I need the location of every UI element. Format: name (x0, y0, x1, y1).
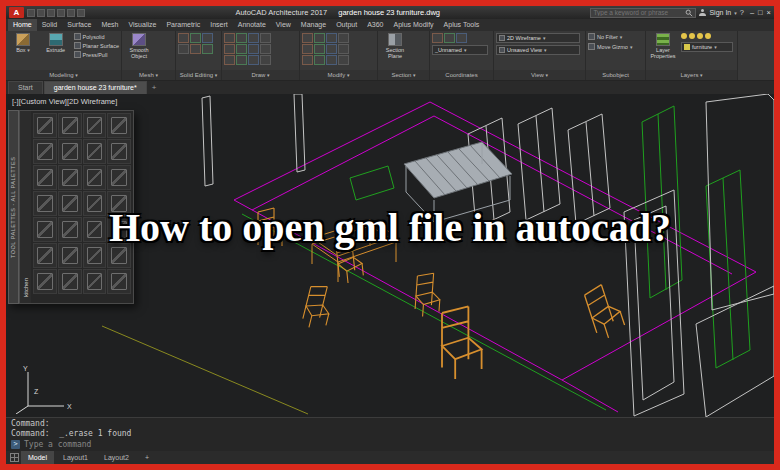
solid-editing-tool-icon[interactable] (178, 33, 189, 43)
modify-tool-icon[interactable] (302, 55, 313, 65)
save-icon[interactable] (47, 9, 55, 17)
panel-label-mesh[interactable]: Mesh ▾ (122, 70, 175, 80)
solid-editing-tool-icon[interactable] (190, 44, 201, 54)
print-icon[interactable] (77, 9, 85, 17)
ucs-name-dropdown[interactable]: _Unnamed▾ (432, 45, 488, 55)
modify-tool-icon[interactable] (314, 44, 325, 54)
draw-tool-icon[interactable] (224, 44, 235, 54)
panel-label-section[interactable]: Section ▾ (378, 70, 429, 80)
panel-label-solid-editing[interactable]: Solid Editing ▾ (176, 70, 221, 80)
palette-item[interactable] (83, 165, 107, 190)
draw-tool-icon[interactable] (260, 33, 271, 43)
panel-label-modeling[interactable]: Modeling ▾ (6, 70, 121, 80)
modify-tool-icon[interactable] (314, 55, 325, 65)
palette-item[interactable] (107, 139, 131, 164)
layer-color-icon[interactable] (705, 33, 711, 39)
draw-tool-icon[interactable] (260, 55, 271, 65)
layer-on-icon[interactable] (681, 33, 687, 39)
sign-in-button[interactable]: Sign In (709, 9, 731, 16)
layout-tab[interactable]: Model (21, 451, 54, 464)
palette-item[interactable] (58, 113, 82, 138)
draw-tool-icon[interactable] (248, 33, 259, 43)
visual-style-dropdown[interactable]: 2D Wireframe▾ (496, 33, 580, 43)
draw-tool-icon[interactable] (248, 44, 259, 54)
solid-editing-tool-icon[interactable] (202, 44, 213, 54)
document-tab[interactable]: garden house 23 furniture* (44, 81, 147, 94)
box-tool-button[interactable]: Box ▾ (8, 33, 38, 54)
ribbon-tab[interactable]: Output (331, 19, 362, 31)
layer-dropdown[interactable]: furniture▾ (681, 42, 733, 52)
ribbon-tab[interactable]: Visualize (124, 19, 162, 31)
draw-tool-icon[interactable] (236, 55, 247, 65)
layout-tab[interactable]: Layout1 (56, 451, 95, 464)
redo-icon[interactable] (67, 9, 75, 17)
solid-editing-tool-icon[interactable] (178, 44, 189, 54)
palette-item[interactable] (33, 139, 57, 164)
window-control-button[interactable]: – (750, 8, 754, 17)
layout-tab[interactable]: + (138, 451, 156, 464)
panel-label-draw[interactable]: Draw ▾ (222, 70, 299, 80)
autocad-app-icon[interactable]: A (9, 7, 24, 18)
modify-tool-icon[interactable] (314, 33, 325, 43)
palette-item[interactable] (33, 165, 57, 190)
modify-tool-icon[interactable] (302, 33, 313, 43)
section-plane-button[interactable]: Section Plane (380, 33, 410, 60)
palette-item[interactable] (58, 269, 82, 294)
help-icon[interactable]: ? (740, 8, 744, 17)
press-pull-button[interactable]: Press/Pull (74, 51, 119, 58)
ribbon-tab[interactable]: Solid (37, 19, 63, 31)
solid-editing-tool-icon[interactable] (202, 33, 213, 43)
ribbon-tab[interactable]: Surface (62, 19, 96, 31)
palette-item[interactable] (83, 269, 107, 294)
draw-tool-icon[interactable] (248, 55, 259, 65)
palette-item[interactable] (33, 269, 57, 294)
smooth-object-button[interactable]: Smooth Object (124, 33, 154, 60)
palette-item[interactable] (107, 269, 131, 294)
panel-label-layers[interactable]: Layers ▾ (646, 70, 737, 80)
extrude-tool-button[interactable]: Extrude (41, 33, 71, 53)
ribbon-tab[interactable]: Insert (205, 19, 233, 31)
palette-item[interactable] (33, 113, 57, 138)
planar-surface-button[interactable]: Planar Surface (74, 42, 119, 49)
palette-item[interactable] (107, 165, 131, 190)
ucs-tool-icon[interactable] (456, 33, 467, 43)
modify-tool-icon[interactable] (338, 44, 349, 54)
palette-item[interactable] (83, 139, 107, 164)
new-tab-icon[interactable]: + (148, 82, 161, 94)
new-file-icon[interactable] (27, 9, 35, 17)
layout-tab[interactable]: Layout2 (97, 451, 136, 464)
palette-item[interactable] (107, 113, 131, 138)
sign-in-chevron-icon[interactable]: ▾ (734, 10, 737, 16)
ribbon-tab[interactable]: Home (8, 19, 37, 31)
modify-tool-icon[interactable] (326, 55, 337, 65)
panel-label-subobject[interactable]: Subobject (586, 70, 645, 80)
ribbon-tab[interactable]: Manage (296, 19, 331, 31)
no-filter-button[interactable]: No Filter ▾ (588, 33, 622, 40)
draw-tool-icon[interactable] (224, 33, 235, 43)
panel-label-coordinates[interactable]: Coordinates (430, 70, 493, 80)
search-icon[interactable] (685, 9, 693, 17)
modify-tool-icon[interactable] (338, 33, 349, 43)
ribbon-tab[interactable]: Parametric (161, 19, 205, 31)
panel-label-modify[interactable]: Modify ▾ (300, 70, 377, 80)
ucs-tool-icon[interactable] (444, 33, 455, 43)
solid-editing-tool-icon[interactable] (190, 33, 201, 43)
modify-tool-icon[interactable] (326, 33, 337, 43)
window-control-button[interactable]: × (767, 8, 771, 17)
ribbon-tab[interactable]: Annotate (233, 19, 271, 31)
polysolid-button[interactable]: Polysolid (74, 33, 119, 40)
modify-tool-icon[interactable] (326, 44, 337, 54)
draw-tool-icon[interactable] (236, 44, 247, 54)
draw-tool-icon[interactable] (224, 55, 235, 65)
command-input-row[interactable]: > Type a command (11, 439, 769, 450)
draw-tool-icon[interactable] (260, 44, 271, 54)
ribbon-tab[interactable]: Mesh (96, 19, 123, 31)
ribbon-tab[interactable]: A360 (362, 19, 388, 31)
move-gizmo-button[interactable]: Move Gizmo ▾ (588, 43, 632, 50)
layer-lock-icon[interactable] (697, 33, 703, 39)
modify-tool-icon[interactable] (302, 44, 313, 54)
search-input[interactable] (593, 9, 683, 16)
palette-item[interactable] (83, 113, 107, 138)
window-control-button[interactable]: □ (758, 8, 763, 17)
ucs-tool-icon[interactable] (432, 33, 443, 43)
